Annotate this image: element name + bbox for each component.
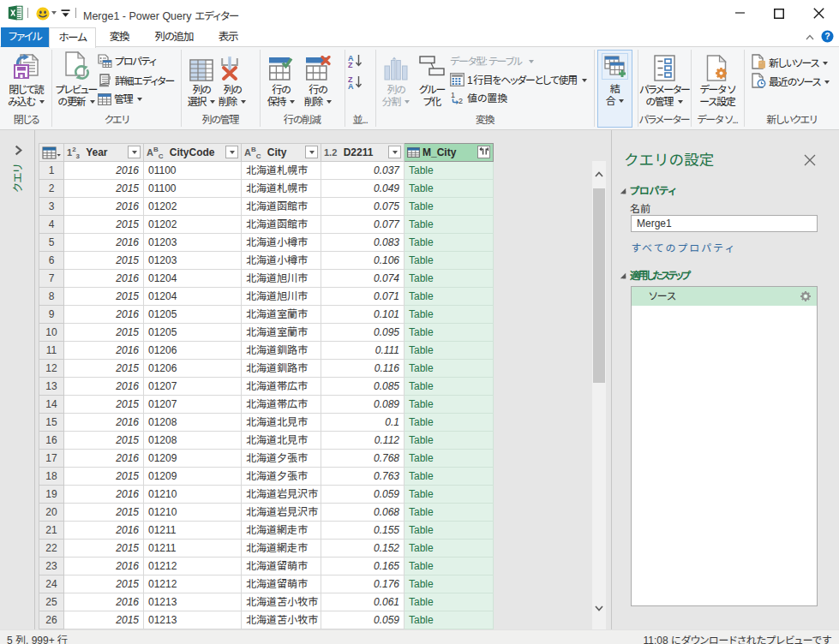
svg-text:2: 2 bbox=[458, 97, 463, 104]
svg-text:1: 1 bbox=[451, 91, 455, 99]
svg-text:A: A bbox=[348, 82, 354, 89]
svg-text:Z: Z bbox=[348, 61, 353, 68]
svg-text:?: ? bbox=[824, 31, 830, 41]
